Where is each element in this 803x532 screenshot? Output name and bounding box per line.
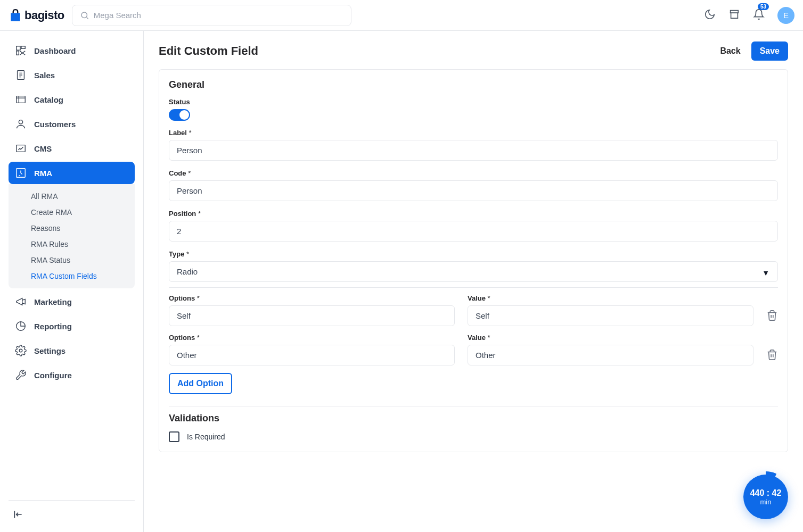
code-field-label: Code * [169, 169, 778, 177]
page-header: Edit Custom Field Back Save [159, 41, 788, 61]
nav-rma[interactable]: RMA [9, 162, 135, 184]
moon-icon [704, 9, 716, 20]
toggle-thumb [179, 110, 189, 120]
brand-logo[interactable]: bagisto [9, 9, 64, 22]
label-field-label: Label * [169, 129, 778, 137]
value-label: Value * [468, 294, 753, 302]
page-actions: Back Save [720, 41, 788, 61]
nav-label: CMS [34, 144, 52, 153]
nav-cms[interactable]: CMS [9, 137, 135, 160]
nav-marketing[interactable]: Marketing [9, 290, 135, 313]
main-content: Edit Custom Field Back Save General Stat… [144, 31, 803, 532]
mega-search[interactable] [72, 5, 351, 26]
nav-dashboard[interactable]: Dashboard [9, 39, 135, 62]
nav-customers[interactable]: Customers [9, 113, 135, 135]
is-required-label: Is Required [187, 433, 225, 441]
rma-icon [15, 167, 27, 179]
subnav-rma-status[interactable]: RMA Status [9, 252, 135, 268]
dark-mode-toggle[interactable] [704, 9, 716, 22]
user-avatar[interactable]: E [777, 7, 794, 24]
nav-configure[interactable]: Configure [9, 364, 135, 386]
type-field-label: Type * [169, 250, 778, 258]
nav-label: Configure [34, 371, 72, 380]
sidebar-footer [9, 500, 135, 523]
sales-icon [15, 69, 27, 81]
nav-sales[interactable]: Sales [9, 64, 135, 86]
nav-label: Catalog [34, 95, 63, 104]
type-select[interactable] [169, 261, 778, 282]
subnav-reasons[interactable]: Reasons [9, 220, 135, 236]
position-input[interactable] [169, 221, 778, 242]
search-icon [80, 11, 89, 20]
subnav-create-rma[interactable]: Create RMA [9, 204, 135, 220]
position-field-label: Position * [169, 210, 778, 218]
section-general-title: General [169, 79, 778, 90]
form-card: General Status Label * Code * Position * [159, 69, 788, 452]
save-button[interactable]: Save [751, 41, 788, 61]
is-required-checkbox[interactable] [169, 431, 179, 442]
subnav-rma-custom-fields[interactable]: RMA Custom Fields [9, 268, 135, 284]
bag-icon [9, 9, 22, 22]
value-label: Value * [468, 334, 753, 342]
notification-count-badge: 53 [758, 3, 769, 10]
store-link[interactable] [728, 9, 740, 22]
label-input[interactable] [169, 140, 778, 161]
timer-unit: min [760, 498, 772, 506]
status-toggle[interactable] [169, 109, 190, 121]
option-name-input[interactable] [169, 305, 455, 326]
configure-icon [15, 369, 27, 381]
back-link[interactable]: Back [720, 46, 740, 56]
option-row: Options * Value * [169, 294, 778, 332]
nav-catalog[interactable]: Catalog [9, 88, 135, 111]
validations-divider [169, 406, 778, 406]
app-header: bagisto 53 E [0, 0, 803, 31]
cms-icon [15, 143, 27, 154]
section-validations-title: Validations [169, 413, 778, 424]
nav-label: Settings [34, 346, 65, 355]
nav-settings[interactable]: Settings [9, 339, 135, 362]
subnav-all-rma[interactable]: All RMA [9, 188, 135, 204]
option-name-input[interactable] [169, 345, 455, 365]
sidebar: Dashboard Sales Catalog Customers CMS RM… [0, 31, 144, 532]
svg-point-0 [81, 12, 87, 18]
delete-option-button[interactable] [766, 310, 778, 323]
notifications-button[interactable]: 53 [753, 9, 765, 22]
options-label: Options * [169, 294, 455, 302]
options-label: Options * [169, 334, 455, 342]
trash-icon [766, 349, 778, 361]
nav-label: RMA [34, 169, 52, 178]
add-option-button[interactable]: Add Option [169, 373, 232, 394]
nav-label: Dashboard [34, 46, 76, 55]
trash-icon [766, 310, 778, 321]
timer-time: 440 : 42 [750, 488, 782, 498]
header-actions: 53 E [704, 7, 794, 24]
storefront-icon [728, 9, 740, 20]
timer-widget[interactable]: 440 : 42 min [743, 475, 788, 519]
catalog-icon [15, 94, 27, 105]
customers-icon [15, 118, 27, 130]
nav-label: Customers [34, 120, 76, 129]
option-row: Options * Value * [169, 334, 778, 372]
page-title: Edit Custom Field [159, 44, 258, 58]
option-value-input[interactable] [468, 305, 753, 326]
brand-name: bagisto [24, 9, 64, 22]
reporting-icon [15, 320, 27, 332]
svg-rect-4 [17, 145, 26, 152]
rma-submenu: All RMA Create RMA Reasons RMA Rules RMA… [9, 184, 135, 288]
sidebar-collapse-button[interactable] [9, 507, 135, 523]
nav-reporting[interactable]: Reporting [9, 315, 135, 337]
nav-label: Reporting [34, 322, 72, 331]
code-input[interactable] [169, 180, 778, 201]
dashboard-icon [15, 45, 27, 56]
nav-label: Sales [34, 71, 55, 80]
delete-option-button[interactable] [766, 349, 778, 362]
option-value-input[interactable] [468, 345, 753, 365]
is-required-row: Is Required [169, 431, 778, 442]
settings-icon [15, 345, 27, 356]
svg-point-3 [19, 120, 22, 124]
search-input[interactable] [94, 11, 343, 20]
svg-point-7 [19, 349, 22, 352]
subnav-rma-rules[interactable]: RMA Rules [9, 236, 135, 252]
collapse-icon [13, 509, 23, 520]
bell-icon [753, 9, 765, 20]
